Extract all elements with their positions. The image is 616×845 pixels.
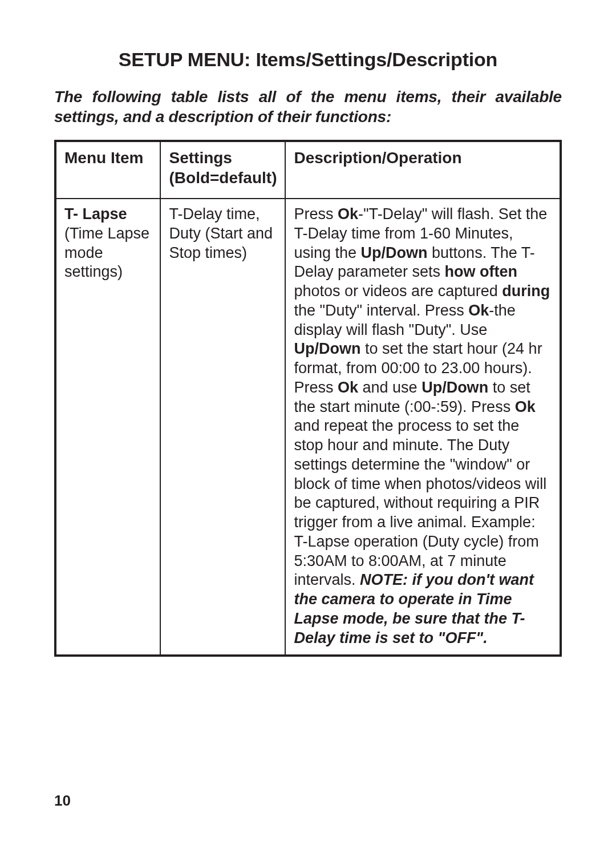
header-settings-line1: Settings	[169, 148, 277, 168]
cell-menu-item: T- Lapse (Time Lapse mode settings)	[55, 199, 160, 656]
cell-description: Press Ok-"T-Delay" will flash. Set the T…	[285, 199, 561, 656]
header-description: Description/Operation	[285, 141, 561, 199]
header-settings-line2: (Bold=default)	[169, 168, 277, 188]
setup-menu-table: Menu Item Settings (Bold=default) Descri…	[54, 140, 562, 657]
page-number: 10	[54, 792, 71, 810]
table-row: T- Lapse (Time Lapse mode settings) T-De…	[55, 199, 561, 656]
page-title: SETUP MENU: Items/Settings/Description	[54, 48, 562, 71]
menu-item-subtitle: (Time Lapse mode settings)	[64, 225, 149, 281]
menu-item-name: T- Lapse	[64, 205, 127, 223]
cell-settings: T-Delay time, Duty (Start and Stop times…	[160, 199, 285, 656]
header-menu-item: Menu Item	[55, 141, 160, 199]
table-header-row: Menu Item Settings (Bold=default) Descri…	[55, 141, 561, 199]
page-intro: The following table lists all of the men…	[54, 87, 562, 127]
header-settings: Settings (Bold=default)	[160, 141, 285, 199]
